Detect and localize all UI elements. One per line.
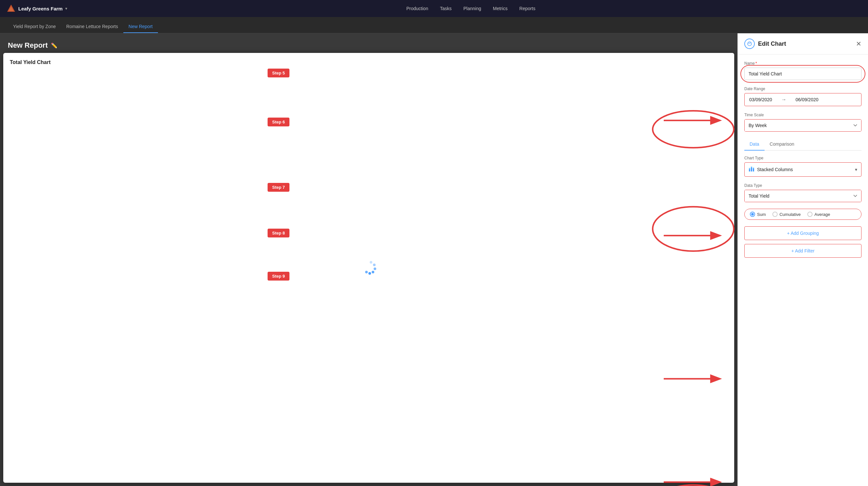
step5-badge: Step 5: [268, 68, 289, 78]
edit-page-icon[interactable]: ✏️: [51, 42, 57, 49]
top-navigation: Leafy Greens Farm ▾ Production Tasks Pla…: [0, 0, 868, 17]
tab-comparison[interactable]: Comparison: [765, 138, 800, 150]
panel-header: Edit Chart ✕: [738, 33, 868, 55]
chart-type-inner: Stacked Columns ▾: [745, 163, 861, 176]
svg-point-7: [365, 271, 368, 274]
radio-average-label: Average: [814, 212, 830, 217]
loading-spinner: [361, 259, 377, 277]
svg-rect-22: [753, 168, 754, 169]
main-area: New Report ✏️ Tota Total Yield Chart Ste…: [0, 33, 868, 486]
add-filter-button[interactable]: + Add Filter: [744, 244, 862, 258]
close-button[interactable]: ✕: [856, 40, 862, 48]
step8-badge: Step 8: [268, 229, 289, 237]
radio-cumulative[interactable]: Cumulative: [772, 212, 801, 217]
nav-metrics[interactable]: Metrics: [493, 6, 507, 11]
svg-point-16: [748, 42, 751, 46]
radio-sum[interactable]: Sum: [750, 212, 766, 217]
radio-sum-circle: [750, 212, 755, 217]
data-type-select[interactable]: Total Yield Average Yield Net Yield: [745, 190, 861, 202]
time-scale-form-group: Time Scale By Day By Week By Month By Ye…: [744, 113, 862, 132]
page-title: New Report: [8, 41, 48, 50]
svg-point-2: [370, 261, 372, 264]
svg-point-3: [373, 264, 376, 266]
date-range-wrapper: →: [744, 93, 862, 106]
radio-group: Sum Cumulative Average: [744, 209, 862, 220]
name-field-wrapper: [744, 67, 862, 80]
brand[interactable]: Leafy Greens Farm ▾: [6, 4, 67, 13]
nav-reports[interactable]: Reports: [520, 6, 535, 11]
svg-rect-20: [751, 167, 752, 168]
radio-sum-label: Sum: [757, 212, 766, 217]
svg-point-5: [372, 271, 374, 274]
data-type-label: Data Type: [744, 183, 862, 188]
time-scale-select-wrapper: By Day By Week By Month By Year: [744, 119, 862, 132]
panel-header-left: Edit Chart: [744, 38, 786, 49]
chart-header-icon: [744, 38, 755, 49]
time-scale-label: Time Scale: [744, 113, 862, 117]
svg-point-4: [374, 267, 376, 270]
data-comparison-tabs: Data Comparison: [744, 138, 862, 150]
data-type-form-group: Data Type Total Yield Average Yield Net …: [744, 183, 862, 202]
radio-average-circle: [807, 212, 812, 217]
step6-badge: Step 6: [268, 118, 289, 126]
date-range-form-group: Date Range →: [744, 87, 862, 106]
right-panel: Edit Chart ✕ Name* Date Range: [738, 33, 868, 486]
date-range-label: Date Range: [744, 87, 862, 91]
nav-links: Production Tasks Planning Metrics Report…: [80, 6, 862, 11]
svg-rect-17: [749, 169, 750, 171]
page-title-row: New Report ✏️: [8, 41, 730, 50]
nav-planning[interactable]: Planning: [463, 6, 481, 11]
svg-rect-21: [753, 169, 754, 171]
date-arrow-icon: →: [781, 97, 786, 103]
step9-badge: Step 9: [268, 272, 289, 281]
svg-rect-19: [751, 168, 752, 171]
date-from-input[interactable]: [749, 97, 779, 102]
data-type-section: Total Yield Average Yield Net Yield: [744, 190, 862, 202]
chart-modal-title: Total Yield Chart: [10, 59, 728, 65]
step7-badge: Step 7: [268, 183, 289, 192]
brand-logo: [6, 4, 16, 13]
chart-type-chevron: ▾: [855, 167, 857, 172]
tab-yield-report[interactable]: Yield Report by Zone: [8, 20, 61, 33]
nav-tasks[interactable]: Tasks: [440, 6, 452, 11]
panel-body: Name* Date Range → Time: [738, 55, 868, 486]
chart-type-form-group: Chart Type: [744, 156, 862, 177]
stacked-columns-icon: [749, 166, 754, 173]
tab-romaine[interactable]: Romaine Lettuce Reports: [61, 20, 123, 33]
date-to-input[interactable]: [789, 97, 818, 102]
left-panel: New Report ✏️ Tota Total Yield Chart Ste…: [0, 33, 738, 486]
svg-rect-18: [749, 168, 750, 169]
brand-chevron: ▾: [65, 6, 67, 11]
required-indicator: *: [755, 61, 757, 66]
radio-cumulative-circle: [772, 212, 778, 217]
radio-cumulative-label: Cumulative: [780, 212, 801, 217]
tab-new-report[interactable]: New Report: [123, 20, 158, 33]
brand-name: Leafy Greens Farm: [18, 6, 63, 11]
chart-type-label: Chart Type: [744, 156, 862, 160]
aggregation-form-group: Sum Cumulative Average: [744, 209, 862, 220]
nav-production[interactable]: Production: [406, 6, 428, 11]
panel-title: Edit Chart: [758, 40, 786, 47]
radio-average[interactable]: Average: [807, 212, 830, 217]
chart-modal: Total Yield Chart: [3, 53, 734, 483]
date-range-inner: →: [745, 94, 861, 105]
chart-type-text: Stacked Columns: [757, 167, 852, 172]
name-input[interactable]: [744, 67, 862, 80]
time-scale-select[interactable]: By Day By Week By Month By Year: [745, 119, 861, 131]
svg-point-6: [368, 272, 371, 275]
add-grouping-button[interactable]: + Add Grouping: [744, 226, 862, 240]
name-form-group: Name*: [744, 61, 862, 80]
tab-data[interactable]: Data: [744, 138, 765, 150]
name-label: Name*: [744, 61, 862, 66]
chart-type-select-wrapper[interactable]: Stacked Columns ▾: [744, 162, 862, 177]
tab-bar: Yield Report by Zone Romaine Lettuce Rep…: [0, 17, 868, 33]
